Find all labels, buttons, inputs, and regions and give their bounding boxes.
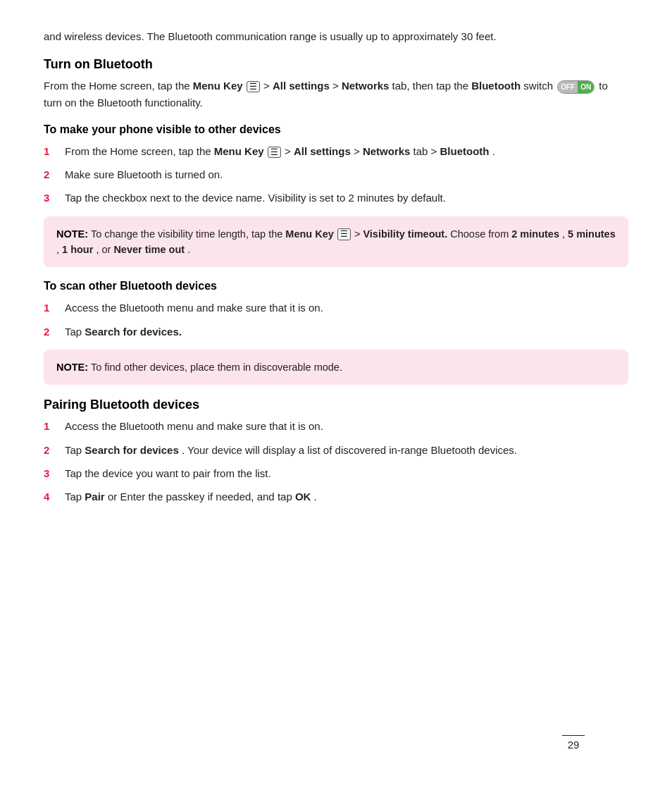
scan-num-2: 2 [44,324,59,340]
bluetooth-bold-1: Bluetooth [471,80,521,92]
vis-1hr: 1 hour [62,244,93,255]
mv-tab-text: tab > [413,145,440,157]
turn-on-bt-switch-text: switch [523,80,556,92]
pairing-text-3: Tap the device you want to pair from the… [65,465,628,481]
make-visible-list: 1 From the Home screen, tap the Menu Key… [44,143,628,207]
make-visible-step-2: 2 Make sure Bluetooth is turned on. [44,166,628,183]
pairing-heading: Pairing Bluetooth devices [44,398,628,412]
vis-never: Never time out [113,244,185,255]
pairing-step-4: 4 Tap Pair or Enter the passkey if neede… [44,488,628,505]
vis-comma2: , [56,244,62,255]
pairing-step-1: 1 Access the Bluetooth menu and make sur… [44,418,628,434]
vis-note-middle: Choose from [450,228,511,240]
mv-step1-prefix: From the Home screen, tap the [65,145,214,157]
pair-bold: Pair [85,491,104,503]
scan-tap-prefix: Tap [65,326,85,338]
pairing-text-4: Tap Pair or Enter the passkey if needed,… [65,488,628,505]
step-num-2a: 2 [44,166,59,183]
visibility-note-box: NOTE: To change the visibility time leng… [44,216,628,268]
turn-on-bt-sep1: > [263,80,273,92]
step-num-1a: 1 [44,143,59,159]
mv-sep1: > [285,145,294,157]
switch-off: OFF [558,81,578,94]
all-settings-label-1: All settings [273,80,330,92]
pairing-num-3: 3 [44,465,59,481]
menu-key-icon-3: ☰ [337,228,351,240]
turn-on-bt-prefix: From the Home screen, tap the [44,80,193,92]
pairing-tap-prefix: Tap [65,444,85,456]
scan-step-2: 2 Tap Search for devices. [44,324,628,340]
pairing-step2-suffix: . Your device will display a list of dis… [182,444,517,456]
pairing-list: 1 Access the Bluetooth menu and make sur… [44,418,628,505]
visibility-note-menu-key: Menu Key [285,228,334,240]
vis-comma1: , [562,228,568,240]
scan-note-label: NOTE: [56,362,88,373]
scan-num-1: 1 [44,300,59,316]
step-num-3a: 3 [44,190,59,206]
scan-devices-list: 1 Access the Bluetooth menu and make sur… [44,300,628,340]
pair-end: . [314,491,317,503]
scan-step-1: 1 Access the Bluetooth menu and make sur… [44,300,628,316]
mv-bluetooth: Bluetooth [440,145,490,157]
visibility-timeout-label: Visibility timeout. [363,228,447,240]
scan-text-1: Access the Bluetooth menu and make sure … [65,300,628,316]
mv-all-settings: All settings [294,145,351,157]
turn-on-bluetooth-heading: Turn on Bluetooth [44,57,628,72]
vis-or: , or [96,244,113,255]
make-visible-heading: To make your phone visible to other devi… [44,123,628,136]
ok-bold: OK [295,491,311,503]
search-for-devices-2: Search for devices [85,444,178,456]
visibility-note-prefix: To change the visibility time length, ta… [91,228,285,240]
turn-on-bt-sep2: > [332,80,342,92]
visibility-note-label: NOTE: [56,228,88,240]
turn-on-bluetooth-body: From the Home screen, tap the Menu Key ☰… [44,78,628,111]
pairing-text-1: Access the Bluetooth menu and make sure … [65,418,628,434]
search-for-devices-1: Search for devices. [85,326,182,338]
scan-text-2: Tap Search for devices. [65,324,628,340]
mv-step1-end: . [492,145,495,157]
scan-devices-heading: To scan other Bluetooth devices [44,280,628,292]
scan-note-box: NOTE: To find other devices, place them … [44,350,628,385]
pairing-num-2: 2 [44,442,59,458]
menu-key-icon-2: ☰ [268,147,281,158]
step-text-3a: Tap the checkbox next to the device name… [65,190,628,206]
vis-5min: 5 minutes [568,228,616,240]
mv-menu-key: Menu Key [214,145,264,157]
switch-icon: OFF ON [557,80,595,94]
pairing-step-2: 2 Tap Search for devices . Your device w… [44,442,628,458]
pairing-num-4: 4 [44,488,59,505]
intro-paragraph: and wireless devices. The Bluetooth comm… [44,28,628,44]
page-number: 29 [562,735,585,751]
vis-2min: 2 minutes [511,228,559,240]
vis-note-end: . [187,244,190,255]
vis-note-sep: > [354,228,363,240]
networks-label-1: Networks [342,80,390,92]
pair-tap-prefix: Tap [65,491,85,503]
mv-networks: Networks [363,145,411,157]
scan-note-text: To find other devices, place them in dis… [91,362,342,373]
turn-on-bt-tab: tab, then tap the [392,80,472,92]
pairing-text-2: Tap Search for devices . Your device wil… [65,442,628,458]
menu-key-icon-1: ☰ [247,81,260,92]
make-visible-step-1: 1 From the Home screen, tap the Menu Key… [44,143,628,159]
menu-key-label-1: Menu Key [193,80,243,92]
make-visible-step-3: 3 Tap the checkbox next to the device na… [44,190,628,206]
pair-middle: or Enter the passkey if needed, and tap [108,491,295,503]
pairing-num-1: 1 [44,418,59,434]
switch-on: ON [578,81,594,94]
step-text-1a: From the Home screen, tap the Menu Key ☰… [65,143,628,159]
mv-sep2: > [354,145,363,157]
step-text-2a: Make sure Bluetooth is turned on. [65,166,628,183]
pairing-step-3: 3 Tap the device you want to pair from t… [44,465,628,481]
